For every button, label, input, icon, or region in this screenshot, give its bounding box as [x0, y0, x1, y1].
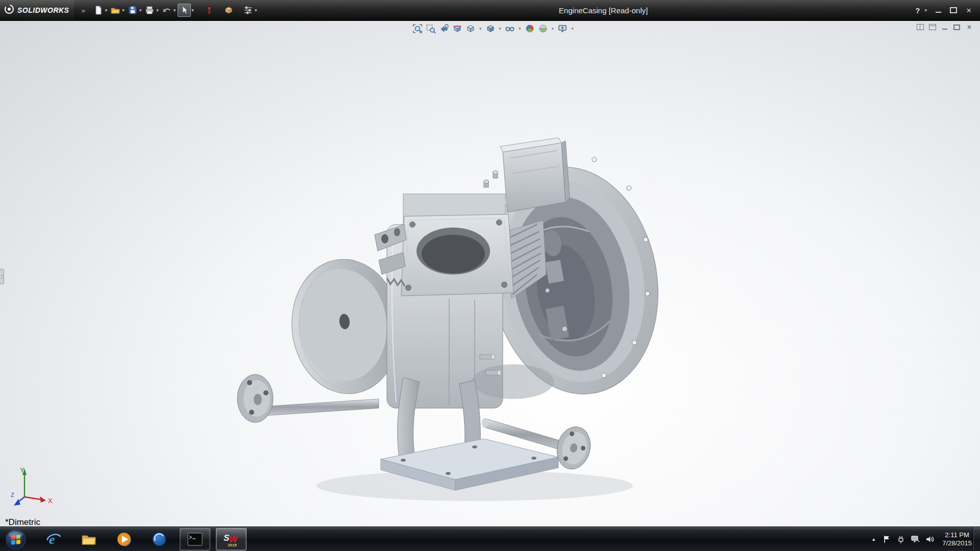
volume-icon [925, 535, 934, 544]
select-button[interactable] [178, 4, 191, 17]
internet-explorer-icon: e [45, 531, 62, 547]
view-orientation-dropdown[interactable]: ▾ [479, 26, 482, 31]
save-dropdown[interactable]: ▾ [139, 8, 142, 13]
file-properties-icon [224, 5, 234, 15]
pane-bar-button[interactable] [927, 22, 937, 32]
section-view-button[interactable] [451, 22, 463, 35]
help-button[interactable]: ? [914, 6, 921, 15]
pane-split-icon [917, 24, 924, 30]
clock-date: 7/28/2015 [942, 539, 972, 547]
triad-y-label: Y [20, 466, 24, 474]
titlebar-controls: ? ▾ × [914, 0, 975, 20]
zoom-to-fit-icon [412, 23, 423, 34]
pane-split-button[interactable] [915, 22, 925, 32]
rebuild-button[interactable] [203, 4, 215, 16]
undo-button[interactable] [161, 4, 173, 16]
zoom-to-fit-button[interactable] [411, 22, 424, 35]
file-properties-button[interactable] [223, 4, 235, 16]
view-orientation-button[interactable] [464, 22, 477, 35]
triad-z-label: Z [11, 492, 14, 498]
select-arrow-icon [179, 5, 189, 15]
network-button[interactable] [911, 535, 920, 544]
document-restore-icon [953, 24, 960, 30]
close-button[interactable]: × [963, 5, 975, 16]
undo-dropdown[interactable]: ▾ [174, 8, 176, 13]
volume-button[interactable] [925, 535, 934, 544]
new-document-dropdown[interactable]: ▾ [105, 8, 108, 13]
clock-time: 2:11 PM [942, 531, 972, 539]
document-close-button[interactable]: × [964, 22, 974, 32]
minimize-icon [936, 12, 941, 13]
display-style-button[interactable] [484, 22, 497, 35]
restore-button[interactable] [947, 5, 960, 16]
command-prompt-button[interactable] [180, 528, 210, 550]
windows-explorer-button[interactable] [74, 529, 104, 550]
apply-scene-button[interactable] [537, 22, 549, 35]
new-document-button[interactable] [92, 4, 105, 16]
options-button[interactable] [242, 4, 254, 16]
save-button[interactable] [127, 4, 139, 16]
view-settings-dropdown[interactable]: ▾ [571, 26, 574, 31]
blue-app-button[interactable] [144, 529, 174, 550]
help-dropdown[interactable]: ▾ [924, 8, 927, 13]
media-player-button[interactable] [109, 529, 139, 550]
zoom-to-area-button[interactable] [425, 22, 437, 35]
start-button[interactable] [4, 528, 28, 551]
document-close-icon: × [967, 23, 971, 31]
rebuild-icon [204, 5, 214, 15]
open-folder-icon [110, 5, 120, 15]
previous-view-button[interactable] [438, 22, 450, 35]
heads-up-view-toolbar: ▾ ▾ ▾ ▾ ▾ [411, 21, 575, 36]
save-icon [128, 5, 138, 15]
select-dropdown[interactable]: ▾ [191, 8, 194, 13]
options-icon [243, 5, 253, 15]
action-center-button[interactable] [882, 535, 891, 544]
solidworks-swirl-icon [4, 4, 14, 16]
previous-view-icon [439, 23, 449, 34]
power-button[interactable] [896, 535, 905, 544]
show-desktop-button[interactable] [973, 527, 980, 551]
zoom-to-area-icon [426, 23, 436, 34]
hide-show-items-button[interactable] [504, 22, 516, 35]
engine-casing-model[interactable] [0, 20, 980, 527]
print-dropdown[interactable]: ▾ [156, 8, 159, 13]
open-dropdown[interactable]: ▾ [122, 8, 125, 13]
display-style-dropdown[interactable]: ▾ [499, 26, 502, 31]
folder-icon [81, 531, 97, 547]
document-minimize-icon [942, 29, 947, 30]
graphics-area[interactable]: ▾ ▾ ▾ ▾ ▾ × Y X [0, 20, 980, 527]
hide-show-items-dropdown[interactable]: ▾ [519, 26, 521, 31]
print-icon [144, 5, 155, 15]
document-minimize-button[interactable] [940, 22, 949, 32]
view-settings-button[interactable] [556, 22, 569, 35]
action-center-flag-icon [882, 535, 891, 544]
taskbar: e S W 2015 ▲ [0, 527, 980, 551]
solidworks-menu-logo[interactable]: SOLIDWORKS [0, 0, 74, 20]
edit-appearance-button[interactable] [524, 22, 536, 35]
open-button[interactable] [109, 4, 121, 16]
apply-scene-dropdown[interactable]: ▾ [552, 26, 554, 31]
internet-explorer-button[interactable]: e [39, 529, 68, 550]
pane-bar-icon [929, 24, 936, 30]
view-orientation-label: *Dimetric [5, 517, 40, 527]
document-restore-button[interactable] [952, 22, 962, 32]
menu-expand-chevron[interactable]: » [81, 7, 85, 14]
titlebar: SOLIDWORKS » ▾ ▾ ▾ ▾ ▾ ▾ [0, 0, 980, 21]
edit-appearance-icon [525, 23, 535, 34]
new-document-icon [93, 5, 104, 15]
options-dropdown[interactable]: ▾ [255, 8, 257, 13]
taskbar-clock[interactable]: 2:11 PM 7/28/2015 [942, 531, 972, 547]
windows-start-icon [5, 529, 27, 550]
solidworks-app-button[interactable]: S W 2015 [216, 528, 247, 550]
solidworks-app-icon: S W 2015 [223, 532, 240, 547]
restore-icon [950, 7, 957, 13]
feature-panel-splitter[interactable] [0, 269, 4, 284]
print-button[interactable] [143, 4, 156, 16]
minimize-button[interactable] [932, 5, 944, 16]
power-plug-icon [896, 535, 905, 544]
triad-x-label: X [48, 497, 53, 505]
app-name: SOLIDWORKS [17, 6, 69, 14]
hidden-icons-button[interactable]: ▲ [870, 537, 877, 542]
close-icon: × [966, 6, 971, 15]
section-view-icon [452, 23, 462, 34]
